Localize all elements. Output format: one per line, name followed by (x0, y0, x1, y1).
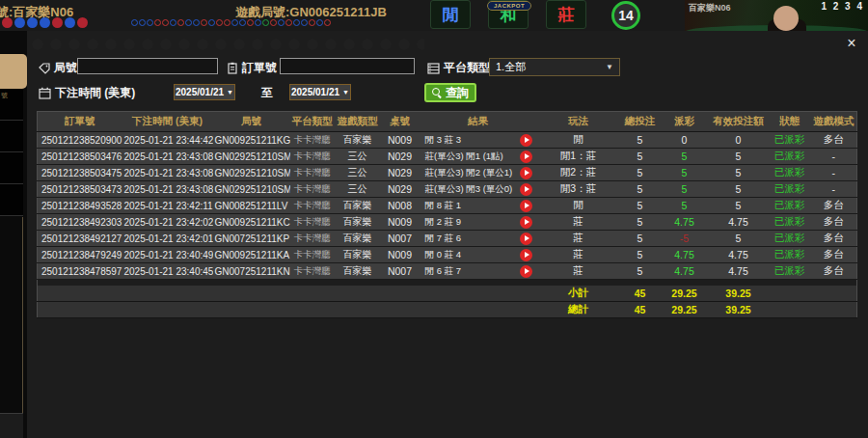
round-number-input[interactable] (77, 58, 218, 74)
sidebar-active-tab[interactable] (0, 54, 27, 89)
cell-order: 250121238492127 (38, 231, 122, 247)
total-label: 總計 (537, 302, 620, 318)
cell-platform: 卡卡灣廳 (290, 247, 335, 263)
order-number-input[interactable] (280, 58, 415, 74)
cell-order: 250121238503476 (38, 149, 122, 165)
replay-button[interactable] (520, 183, 532, 196)
tag-icon (39, 63, 50, 74)
cell-status: 已派彩 (769, 132, 811, 149)
replay-button[interactable] (520, 200, 532, 212)
replay-button[interactable] (520, 265, 532, 278)
column-header: 桌號 (381, 112, 420, 132)
total-blank (769, 286, 857, 302)
replay-button[interactable] (520, 151, 532, 163)
cell-game: 百家樂 (335, 247, 381, 263)
column-header: 玩法 (537, 112, 620, 132)
total-blank (769, 302, 857, 318)
grandtotal-row: 總計4529.2539.25 (38, 302, 857, 318)
cell-replay (516, 214, 537, 231)
bead-marker (27, 17, 38, 28)
replay-button[interactable] (520, 249, 532, 261)
jackpot-badge: JACKPOT (487, 1, 531, 11)
road-marker (208, 19, 215, 26)
cell-mode: 多台 (811, 247, 857, 263)
cell-result: 閒 7 莊 6 (420, 231, 516, 247)
cell-replay (516, 181, 537, 198)
cell-platform: 卡卡灣廳 (290, 149, 335, 165)
cell-time: 2025-01-21 23:42:02 (122, 214, 213, 231)
cell-payout: 0 (661, 132, 709, 149)
cell-order: 250121238493528 (38, 198, 122, 214)
cell-platform: 卡卡灣廳 (290, 165, 335, 181)
road-marker (324, 19, 331, 26)
cell-table: N008 (381, 198, 420, 214)
sidebar-footer (0, 413, 23, 438)
cell-payout: -5 (661, 231, 709, 247)
cell-round: GN029251210SM (213, 181, 290, 198)
total-blank (38, 302, 537, 318)
column-header: 有效投注額 (709, 112, 769, 132)
road-marker (255, 19, 261, 26)
replay-button[interactable] (520, 233, 532, 245)
date-from-value: 2025/01/21 (176, 87, 224, 97)
cell-play: 莊 (537, 263, 620, 280)
chevron-down-icon: ▼ (342, 89, 349, 96)
cell-valid: 4.75 (709, 263, 769, 280)
date-from-picker[interactable]: 2025/01/21 ▼ (174, 84, 235, 100)
replay-button[interactable] (520, 134, 532, 147)
sidebar-menu-item[interactable] (0, 152, 23, 184)
replay-button[interactable] (520, 167, 532, 179)
cell-table: N007 (381, 231, 420, 247)
sidebar-menu-item[interactable] (0, 184, 23, 216)
cell-result: 閒 0 莊 4 (420, 247, 516, 263)
cell-status: 已派彩 (769, 214, 811, 231)
road-marker (293, 19, 300, 26)
road-marker (224, 19, 231, 26)
replay-button[interactable] (520, 216, 532, 229)
cell-time: 2025-01-21 23:43:08 (122, 181, 213, 198)
cell-play: 閒 (537, 198, 620, 214)
total-valid-sum: 39.25 (709, 286, 769, 302)
play-icon (525, 170, 529, 176)
bet-history-table: 訂單號下注時間 (美東)局號平台類型遊戲類型桌號結果玩法總投注派彩有效投注額狀態… (37, 111, 857, 318)
cell-mode: 多台 (811, 231, 857, 247)
cell-payout: 4.75 (661, 263, 709, 280)
background-sidebar: 號 (0, 31, 27, 438)
total-blank (38, 286, 537, 302)
cell-platform: 卡卡灣廳 (290, 132, 335, 149)
bet-tile-banker[interactable]: 莊 (546, 0, 586, 29)
close-icon[interactable]: × (843, 35, 860, 52)
date-to-picker[interactable]: 2025/01/21 ▼ (289, 84, 351, 100)
road-marker (170, 19, 176, 26)
cell-play: 閒1：莊 (537, 149, 620, 165)
search-button[interactable]: 查詢 (424, 83, 476, 102)
subtotal-row: 小計4529.2539.25 (38, 286, 857, 302)
cell-valid: 5 (709, 149, 769, 165)
cell-replay (516, 263, 537, 280)
video-seat-numbers: 1 2 3 4 (821, 1, 864, 12)
cell-mode: 多台 (811, 263, 857, 280)
sidebar-menu-item[interactable]: 號 (0, 89, 23, 121)
bet-record-row: 2501212385034762025-01-21 23:43:08GN0292… (38, 149, 857, 165)
cell-table: N029 (381, 165, 420, 181)
countdown-timer: 14 (611, 1, 640, 30)
road-marker (216, 19, 223, 26)
cell-round: GN009251211KC (213, 214, 290, 231)
sidebar-menu-item[interactable] (0, 121, 23, 152)
cell-round: GN008251211LV (213, 198, 290, 214)
bet-tile-player[interactable]: 閒 (430, 0, 471, 29)
road-marker (262, 19, 269, 26)
bet-record-row: 2501212384785972025-01-21 23:40:45GN0072… (38, 263, 857, 280)
platform-type-select[interactable]: 1.全部 ▼ (489, 58, 620, 76)
cell-valid: 0 (709, 132, 769, 149)
cell-platform: 卡卡灣廳 (290, 198, 335, 214)
column-header: 局號 (213, 112, 290, 132)
cell-time: 2025-01-21 23:42:01 (122, 231, 213, 247)
bet-record-row: 2501212385034752025-01-21 23:43:08GN0292… (38, 165, 857, 181)
column-header: 派彩 (661, 112, 709, 132)
cell-time: 2025-01-21 23:43:08 (122, 149, 213, 165)
cell-table: N009 (381, 132, 420, 149)
cell-total: 5 (620, 247, 661, 263)
road-marker (177, 19, 184, 26)
road-marker (185, 19, 192, 26)
